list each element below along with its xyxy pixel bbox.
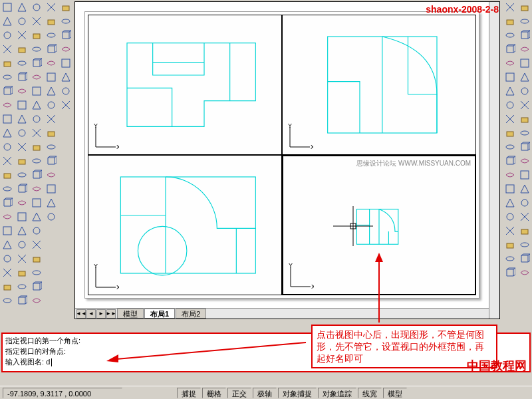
tool-btn-r1-14[interactable]	[518, 196, 531, 209]
tool-btn-l1-8[interactable]	[15, 112, 29, 126]
status-otrack[interactable]: 对象追踪	[318, 388, 356, 398]
tool-btn-r1-7[interactable]	[518, 98, 531, 112]
tool-btn-l1-14[interactable]	[15, 196, 29, 209]
tool-btn-r1-8[interactable]	[518, 112, 531, 126]
tool-btn-l3-5[interactable]	[45, 70, 58, 84]
tool-btn-l2-10[interactable]	[30, 140, 43, 154]
tool-btn-l1-19[interactable]	[15, 266, 29, 279]
tool-btn-l4-0[interactable]	[59, 1, 72, 14]
tool-btn-l0-15[interactable]	[1, 210, 14, 223]
tool-btn-r1-10[interactable]	[518, 140, 531, 154]
tool-btn-l2-17[interactable]	[30, 238, 43, 251]
tool-btn-r0-8[interactable]	[503, 112, 517, 126]
tool-btn-l1-20[interactable]	[15, 280, 29, 293]
tool-btn-l3-11[interactable]	[45, 154, 58, 168]
tool-btn-r1-13[interactable]	[518, 182, 531, 196]
tool-btn-l0-7[interactable]	[1, 98, 14, 112]
tool-btn-l4-2[interactable]	[59, 29, 72, 42]
tool-btn-l1-4[interactable]	[15, 57, 29, 70]
tool-btn-r1-5[interactable]	[518, 70, 531, 84]
tool-btn-l1-0[interactable]	[15, 1, 29, 14]
tool-btn-l1-2[interactable]	[15, 29, 29, 42]
tool-btn-r0-3[interactable]	[503, 43, 517, 56]
tool-btn-r1-19[interactable]	[518, 266, 531, 279]
tool-btn-l2-14[interactable]	[30, 196, 43, 209]
tool-btn-l1-6[interactable]	[15, 84, 29, 98]
tool-btn-r1-15[interactable]	[518, 210, 531, 223]
tool-btn-l3-2[interactable]	[45, 29, 58, 42]
tool-btn-l2-5[interactable]	[30, 70, 43, 84]
tool-btn-l0-17[interactable]	[1, 238, 14, 251]
tool-btn-r0-19[interactable]	[503, 266, 517, 279]
tool-btn-l3-12[interactable]	[45, 168, 58, 182]
tool-btn-r1-11[interactable]	[518, 154, 531, 168]
tool-btn-r0-7[interactable]	[503, 98, 517, 112]
tool-btn-r1-2[interactable]	[518, 29, 531, 42]
tool-btn-l1-15[interactable]	[15, 210, 29, 223]
tool-btn-r0-1[interactable]	[503, 15, 517, 28]
tool-btn-l2-21[interactable]	[30, 294, 43, 307]
viewport-bottom-left[interactable]: XY	[88, 155, 282, 295]
tool-btn-l2-11[interactable]	[30, 154, 43, 168]
tool-btn-r1-18[interactable]	[518, 252, 531, 265]
tool-btn-l1-13[interactable]	[15, 182, 29, 196]
tool-btn-l1-21[interactable]	[15, 294, 29, 307]
status-model[interactable]: 模型	[383, 388, 407, 398]
tool-btn-l0-21[interactable]	[1, 294, 14, 307]
tool-btn-r1-4[interactable]	[518, 57, 531, 70]
viewport-bottom-right-active[interactable]: 思缘设计论坛 WWW.MISSYUAN.COM	[282, 155, 476, 295]
viewport-top-left[interactable]: XY	[88, 15, 282, 155]
tool-btn-l0-1[interactable]	[1, 15, 14, 28]
tool-btn-l0-5[interactable]	[1, 70, 14, 84]
tool-btn-l4-5[interactable]	[59, 70, 72, 84]
tool-btn-r0-10[interactable]	[503, 140, 517, 154]
tool-btn-l2-15[interactable]	[30, 210, 43, 223]
tool-btn-l0-13[interactable]	[1, 182, 14, 196]
tool-btn-l0-10[interactable]	[1, 140, 14, 154]
tool-btn-l3-15[interactable]	[45, 210, 58, 223]
tool-btn-l0-14[interactable]	[1, 196, 14, 209]
tool-btn-l1-18[interactable]	[15, 252, 29, 265]
tool-btn-l1-12[interactable]	[15, 168, 29, 182]
tool-btn-l4-7[interactable]	[59, 98, 72, 112]
tool-btn-r0-6[interactable]	[503, 84, 517, 98]
tool-btn-l3-10[interactable]	[45, 140, 58, 154]
tool-btn-l1-16[interactable]	[15, 224, 29, 237]
tool-btn-r0-2[interactable]	[503, 29, 517, 42]
scrollbar-vertical[interactable]	[489, 2, 499, 319]
tool-btn-l0-8[interactable]	[1, 112, 14, 126]
tool-btn-l3-4[interactable]	[45, 57, 58, 70]
tool-btn-l0-6[interactable]	[1, 84, 14, 98]
tool-btn-l0-2[interactable]	[1, 29, 14, 42]
tool-btn-r0-15[interactable]	[503, 210, 517, 223]
status-grid[interactable]: 栅格	[202, 388, 226, 398]
tool-btn-l1-9[interactable]	[15, 126, 29, 140]
tool-btn-l3-8[interactable]	[45, 112, 58, 126]
tool-btn-l2-8[interactable]	[30, 112, 43, 126]
tool-btn-l0-20[interactable]	[1, 280, 14, 293]
tool-btn-l2-19[interactable]	[30, 266, 43, 279]
status-ortho[interactable]: 正交	[227, 388, 251, 398]
tool-btn-r0-13[interactable]	[503, 182, 517, 196]
tool-btn-l1-3[interactable]	[15, 43, 29, 56]
tool-btn-r0-9[interactable]	[503, 126, 517, 140]
tool-btn-r0-18[interactable]	[503, 252, 517, 265]
status-polar[interactable]: 极轴	[253, 388, 277, 398]
tool-btn-r1-3[interactable]	[518, 43, 531, 56]
drawing-area[interactable]: XY XY	[74, 1, 500, 319]
tool-btn-l3-7[interactable]	[45, 98, 58, 112]
tool-btn-l0-12[interactable]	[1, 168, 14, 182]
tool-btn-l4-1[interactable]	[59, 15, 72, 28]
tool-btn-l2-16[interactable]	[30, 224, 43, 237]
tab-nav-next[interactable]: ►	[96, 309, 106, 319]
tool-btn-l0-19[interactable]	[1, 266, 14, 279]
tool-btn-l2-9[interactable]	[30, 126, 43, 140]
tool-btn-l1-11[interactable]	[15, 154, 29, 168]
tool-btn-r0-12[interactable]	[503, 168, 517, 182]
tool-btn-l0-18[interactable]	[1, 252, 14, 265]
tool-btn-l0-16[interactable]	[1, 224, 14, 237]
tool-btn-l2-20[interactable]	[30, 280, 43, 293]
tool-btn-l2-4[interactable]	[30, 57, 43, 70]
tool-btn-r0-17[interactable]	[503, 238, 517, 251]
tool-btn-l2-3[interactable]	[30, 43, 43, 56]
